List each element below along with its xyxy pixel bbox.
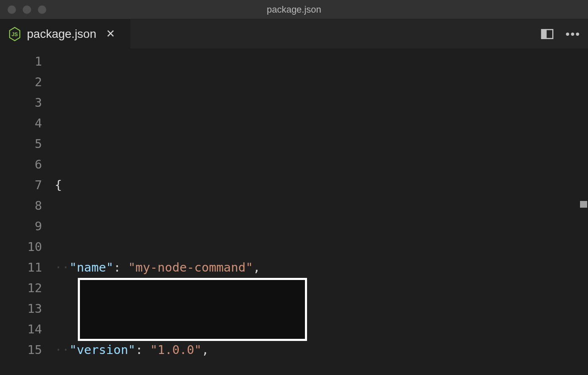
code-line[interactable]: ··"version": "1.0.0", bbox=[55, 340, 588, 360]
line-number-gutter: 1 2 3 4 5 6 7 8 9 10 11 12 13 14 15 bbox=[0, 49, 55, 375]
line-number: 13 bbox=[0, 298, 42, 319]
line-number: 10 bbox=[0, 237, 42, 257]
code-line[interactable]: { bbox=[55, 175, 588, 195]
code-area[interactable]: { ··"name": "my-node-command", ··"versio… bbox=[55, 49, 588, 375]
line-number: 3 bbox=[0, 92, 42, 113]
line-number: 5 bbox=[0, 134, 42, 154]
line-number: 4 bbox=[0, 113, 42, 134]
titlebar: package.json bbox=[0, 0, 588, 19]
line-number: 11 bbox=[0, 257, 42, 278]
line-number: 9 bbox=[0, 216, 42, 237]
line-number: 1 bbox=[0, 51, 42, 72]
line-number: 7 bbox=[0, 175, 42, 195]
more-actions-icon[interactable]: ••• bbox=[566, 27, 580, 41]
line-number: 15 bbox=[0, 340, 42, 360]
tab-package-json[interactable]: JS package.json ✕ bbox=[0, 19, 130, 48]
tab-bar: JS package.json ✕ ••• bbox=[0, 19, 588, 49]
close-tab-icon[interactable]: ✕ bbox=[106, 27, 116, 40]
close-window-button[interactable] bbox=[8, 5, 16, 14]
window-title: package.json bbox=[267, 4, 321, 15]
editor[interactable]: 1 2 3 4 5 6 7 8 9 10 11 12 13 14 15 { ··… bbox=[0, 49, 588, 375]
nodejs-icon: JS bbox=[8, 27, 21, 41]
svg-rect-2 bbox=[541, 29, 546, 38]
line-number: 6 bbox=[0, 154, 42, 175]
minimize-window-button[interactable] bbox=[23, 5, 31, 14]
tab-label: package.json bbox=[27, 27, 96, 41]
maximize-window-button[interactable] bbox=[38, 5, 46, 14]
line-number: 12 bbox=[0, 278, 42, 298]
line-number: 14 bbox=[0, 319, 42, 340]
svg-text:JS: JS bbox=[12, 31, 18, 37]
traffic-lights bbox=[0, 5, 46, 14]
line-number: 8 bbox=[0, 195, 42, 216]
code-line[interactable]: ··"name": "my-node-command", bbox=[55, 257, 588, 278]
split-editor-icon[interactable] bbox=[540, 27, 554, 41]
line-number: 2 bbox=[0, 72, 42, 92]
